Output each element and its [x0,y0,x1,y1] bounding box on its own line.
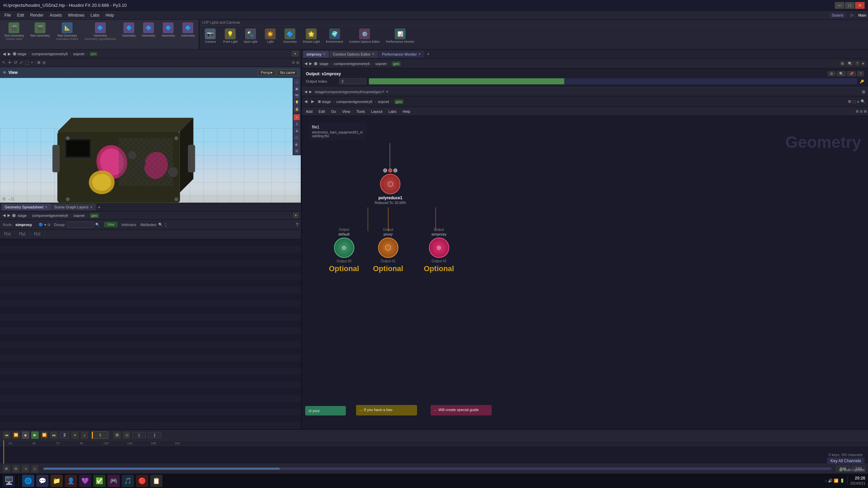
lop-distant-light[interactable]: 🌟 Distant Light [300,27,322,45]
params-help[interactable]: ? [857,71,864,76]
taskbar-user[interactable]: 👤 [65,475,77,487]
timeline-ruler[interactable]: 24 48 72 96 120 144 168 192 [0,441,868,464]
tab-context-options-editor[interactable]: Context Options Editor ✕ [330,51,378,58]
lop-spot-light[interactable]: 🔦 Spot Light [241,27,260,45]
ng-menu-labs[interactable]: Labs [386,108,399,115]
ng-tb-fwd[interactable]: ▶ [311,99,314,104]
ng-menu-edit[interactable]: Edit [316,108,328,115]
tab-geometry-spreadsheet[interactable]: Geometry Spreadsheet ✕ [1,204,51,210]
taskbar-game[interactable]: 🎮 [107,475,120,487]
vrt-dot[interactable]: ● [294,114,300,120]
context-selector[interactable]: Solaris [829,13,846,18]
vrt-shading[interactable]: ◐ [294,141,300,147]
btn-range-2[interactable]: ⊟ [12,465,20,472]
vp-tool-select[interactable]: ↖ [2,60,6,65]
btn-play[interactable]: ▶ [31,431,39,439]
vp-tool-box[interactable]: ⬚ [25,60,29,65]
view-button[interactable]: View [104,222,118,227]
vrt-lock[interactable]: 🔒 [294,106,300,112]
ng-search-icon[interactable]: 🔍 [861,99,865,104]
vp-dropdown[interactable]: ▾ [292,51,298,56]
vp-tool-vis[interactable]: ◎ [42,60,46,65]
tool-geometry-4[interactable]: 🔷 Geometry [159,21,178,39]
ng-fwd[interactable]: ▶ [309,90,312,94]
taskbar-chat[interactable]: 💬 [36,475,48,487]
ng-nav-icons[interactable]: ⊞ [862,89,865,94]
lop-point-light[interactable]: 💡 Point Light [220,27,240,45]
params-gear[interactable]: ⚙ [828,71,835,76]
group-input[interactable] [67,222,94,228]
rp-gear[interactable]: ⚙ [840,61,845,66]
attr-filter[interactable]: 🔍 [158,223,162,226]
filter-icon[interactable]: 🔍 [95,223,99,226]
ng-menu-help[interactable]: Help [400,108,413,115]
vrt-geo[interactable]: ⬡ [294,135,300,141]
rp-help[interactable]: ? [855,61,860,66]
taskbar-purple[interactable]: 💜 [79,475,91,487]
taskbar-music[interactable]: 🎵 [122,475,134,487]
tray-icons[interactable]: ⌂ 🔊 📶 🔋 [825,479,845,483]
menu-file[interactable]: File [2,12,14,19]
menu-render[interactable]: Render [27,12,46,19]
output-index-key[interactable]: 🔑 [860,80,864,83]
ng-align[interactable]: ⊞ [864,109,867,113]
tool-geometry-5[interactable]: 🔷 Geometry [178,21,197,39]
vp-nav-fwd[interactable]: ▶ [8,52,11,56]
viewport-3d[interactable]: 👁 View Persp▾ No cam▾ ⌂ ▣ 📷 💡 🔒 ● ℹ ◈ ⬡ … [0,67,301,203]
btn-end[interactable]: ⏭ [50,431,58,439]
frame-range-slider[interactable] [43,467,831,471]
help-icon[interactable]: ? [296,222,298,227]
tab-simproxy[interactable]: simproxy ✕ [303,51,329,58]
node-graph-canvas[interactable]: Geometry file1 electronics_ham_equipment… [302,116,868,429]
camera-button[interactable]: No cam▾ [277,69,298,76]
menu-windows[interactable]: Windows [65,12,87,19]
btn-stop[interactable]: ■ [22,431,29,439]
vrt-cam[interactable]: 📷 [294,93,300,99]
tab-simproxy-close[interactable]: ✕ [323,52,326,56]
rp-search[interactable]: 🔍 [847,61,853,66]
frame-input-current[interactable] [132,432,146,438]
btn-range-4[interactable]: ▷ [31,465,39,472]
taskbar-vscode[interactable]: 📋 [150,475,162,487]
taskbar-browser[interactable]: 🌐 [22,475,34,487]
btn-range-1[interactable]: ⊞ [3,465,10,472]
tab-geo-close[interactable]: ✕ [45,205,47,209]
tool-geometry-3[interactable]: 🔷 Geometry [139,21,158,39]
lop-geometry[interactable]: 🔷 Geometry [280,27,299,45]
ng-tb-back[interactable]: ◀ [304,99,307,104]
btn-keys-2[interactable]: ◁ [123,431,130,439]
ng-path-add[interactable]: + [386,89,389,94]
btn-play-opts[interactable]: ▾ [71,431,79,439]
btn-prev-frame[interactable]: ⏪ [12,431,20,439]
taskbar-check[interactable]: ✅ [93,475,105,487]
taskbar-houdini[interactable]: 🔴 [136,475,148,487]
tool-geometry-2[interactable]: 🔷 Geometry [119,21,138,39]
tool-geometry-spreadsheet[interactable]: 🔷 Geometry Geometry Spreadsheet [82,21,119,42]
vp-tool-render[interactable]: ⚙ [292,61,295,64]
ng-menu-view[interactable]: View [339,108,353,115]
taskbar-files[interactable]: 📁 [51,475,63,487]
menu-labs[interactable]: Labs [88,12,102,19]
btn-start[interactable]: ⏮ [3,431,10,439]
rp-back[interactable]: ◀ [304,61,307,66]
ng-layout-grid[interactable]: ⊞ [856,109,859,113]
ng-menu-tools[interactable]: Tools [354,108,368,115]
maximize-button[interactable]: □ [845,2,854,9]
lop-camera[interactable]: 📷 Camera [201,27,220,45]
vp-tool-move[interactable]: ✛ [8,60,12,65]
vp-tool-layout[interactable]: ⊞ [296,61,299,64]
attr-columns[interactable]: ⋮ [164,222,168,227]
node-polyreduce[interactable]: ⬡ polyreduce1 Reduced To: 20.00% [375,168,406,205]
vrt-render[interactable]: ◈ [294,128,300,134]
ng-menu-add[interactable]: Add [303,108,315,115]
params-search[interactable]: 🔍 [837,71,846,76]
ng-back[interactable]: ◀ [304,90,307,94]
node-output-default[interactable]: Output default ⊕ Output #0 Optional [329,228,359,273]
tab-performance-monitor[interactable]: Performance Monitor ✕ [379,51,425,58]
menu-help[interactable]: Help [103,12,117,19]
btn-range-3[interactable]: ◁ [22,465,29,472]
vp-tool-scale[interactable]: ⤢ [19,60,23,65]
lop-environment[interactable]: 🌍 Environment [323,27,346,45]
vp-tool-snap[interactable]: ⊞ [37,60,40,65]
bp-back[interactable]: ◀ [3,213,5,218]
